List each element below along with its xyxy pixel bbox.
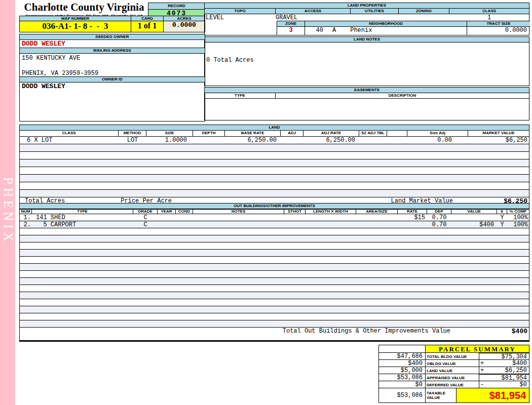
column-header: DEP	[427, 209, 451, 214]
column-header: RATE	[398, 209, 427, 214]
out-buildings-total-label: Total Out Buildings & Other Improvements…	[283, 328, 450, 340]
parcel-summary-blank-cell	[378, 345, 426, 353]
prior-value: $0	[378, 381, 426, 388]
ob-dep: 0.70	[427, 214, 451, 221]
land-properties-section: LAND PROPERTIES TOPO ACCESS UTILITIES ZO…	[204, 3, 529, 35]
column-header: LENGTH X WIDTH	[306, 209, 356, 214]
zone-value: 3	[277, 27, 305, 35]
land-depth	[193, 137, 225, 144]
ob-cond	[176, 221, 193, 228]
ob-num: 2.	[20, 221, 32, 228]
summary-row: $53,086 APPRAISED VALUE $81,954	[378, 374, 529, 381]
ob-length-width	[306, 221, 356, 228]
ob-rate: $15	[398, 214, 427, 221]
map-number-value: 036-A1- 1- 8 - - 3	[19, 21, 131, 32]
record-label: RECORD	[148, 3, 205, 10]
out-buildings-section: OUT BUILDINGS/OTHER IMPROVEMENTS NUM TYP…	[19, 203, 529, 342]
column-header: % COMP	[507, 209, 529, 214]
page-title: Charlotte County Virginia	[19, 1, 149, 14]
summary-value: $75,304	[487, 353, 529, 359]
tract-size-header: TRACT SIZE	[467, 21, 530, 26]
map-card-acres-table: MAP NUMBER CARD ACRES 036-A1- 1- 8 - - 3…	[19, 16, 205, 32]
sidebar: PHENIX	[0, 0, 15, 405]
land-class: 6 X LOT	[20, 137, 119, 144]
land-market-value: $6,250	[468, 137, 529, 144]
parcel-summary-title: PARCEL SUMMARY	[425, 345, 529, 353]
taxable-value-label: TAXABLE VALUE	[425, 388, 457, 403]
empty-row	[20, 242, 529, 250]
easement-type-header: TYPE	[205, 93, 276, 98]
land-notes-text: 0 Total Acres	[205, 43, 529, 64]
column-header: BASE RATE	[225, 131, 281, 136]
ob-year	[158, 214, 176, 221]
ob-area-size	[356, 214, 398, 221]
column-header: METHOD	[119, 131, 146, 136]
ob-sthgt	[284, 214, 306, 221]
mailing-address-header: MAILING ADDRESS	[20, 48, 205, 54]
prior-value: $400	[378, 359, 426, 367]
ob-s: Y	[497, 214, 507, 221]
ob-rate	[398, 221, 427, 228]
empty-row	[20, 320, 529, 328]
summary-row: $5,000 LAND VALUE + $6,250	[378, 367, 529, 374]
summary-sign	[479, 353, 487, 359]
ob-length-width	[306, 214, 356, 221]
land-column-headers: CLASS METHOD SIZE DEPTH BASE RATE ADJ AD…	[20, 131, 529, 137]
neighborhood-header: NEIGHBORHOOD	[305, 21, 467, 26]
land-notes-section: LAND NOTES 0 Total Acres	[204, 36, 529, 86]
sidebar-watermark: PHENIX	[1, 177, 15, 245]
ob-s: Y	[497, 221, 507, 228]
land-size-adj: 0.00	[407, 137, 468, 144]
empty-row	[20, 250, 529, 257]
empty-row	[20, 159, 529, 167]
land-adj	[281, 137, 303, 144]
column-header	[387, 131, 407, 136]
summary-label: LAND VALUE	[425, 367, 479, 374]
column-header: MARKET VALUE	[468, 131, 529, 136]
prior-taxable-value: $53,086	[378, 388, 426, 403]
out-buildings-header: OUT BUILDINGS/OTHER IMPROVEMENTS	[20, 204, 529, 209]
ob-notes	[193, 221, 284, 228]
column-header: TYPE	[32, 209, 133, 214]
land-extra	[387, 137, 407, 144]
ob-area-size	[356, 221, 398, 228]
empty-row	[20, 278, 529, 285]
topo-header: TOPO	[205, 9, 276, 14]
topo-value: LEVEL	[205, 14, 276, 21]
neighborhood-name: Phenix	[350, 27, 372, 35]
summary-value: $0	[487, 381, 529, 388]
column-header: SZ ADJ TBL	[359, 131, 387, 136]
ob-grade: C	[133, 221, 158, 228]
column-header: ADJ RATE	[303, 131, 359, 136]
empty-row	[20, 313, 529, 320]
summary-row: $47,686 TOTAL BLDG VALUE $75,304	[378, 352, 529, 360]
column-header: AREA/SIZE	[356, 209, 398, 214]
empty-row	[20, 257, 529, 264]
card-value: 1 of 1	[131, 21, 163, 32]
table-row: 2. 5 CARPORT C 0.70 $400 Y 100%	[20, 221, 529, 228]
summary-sign: +	[479, 367, 487, 374]
taxable-value: $81,954	[456, 388, 529, 403]
neighborhood-code: 40	[305, 27, 323, 35]
empty-row	[20, 299, 529, 306]
summary-value: $6,250	[487, 367, 529, 374]
column-header: YEAR	[158, 209, 176, 214]
owner-id-header: OWNER ID	[20, 76, 205, 83]
land-method: LOT	[119, 137, 146, 144]
empty-row	[20, 175, 529, 182]
mailing-address-block: 150 KENTUCKY AVE PHENIX, VA 23959-3959	[20, 54, 205, 76]
out-buildings-total-row: Total Out Buildings & Other Improvements…	[20, 328, 529, 340]
column-header: Size Adj	[407, 131, 468, 136]
summary-label: OBLDG VALUE	[425, 359, 479, 367]
column-header: CLASS	[20, 131, 119, 136]
empty-row	[20, 235, 529, 242]
owner-section: DEEDED OWNER DODD WESLEY MAILING ADDRESS…	[19, 34, 205, 122]
ob-dep: 0.70	[427, 221, 451, 228]
ob-pct-comp: 100%	[507, 214, 529, 221]
class-value: 1	[449, 14, 529, 21]
parcel-summary-section: PARCEL SUMMARY $47,686 TOTAL BLDG VALUE …	[378, 345, 529, 403]
empty-row	[20, 264, 529, 271]
summary-row: $400 OBLDG VALUE + $400	[378, 359, 529, 367]
ob-sthgt	[284, 221, 306, 228]
prior-value: $5,000	[378, 367, 426, 374]
